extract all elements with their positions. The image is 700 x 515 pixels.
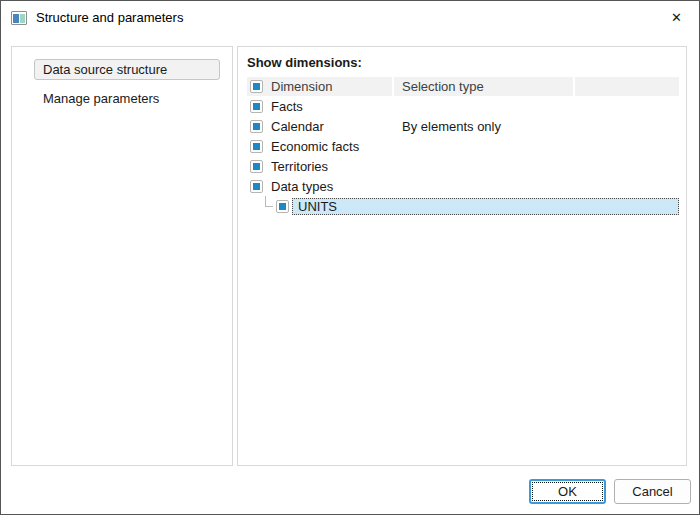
ok-button-label: OK (558, 484, 577, 499)
column-header-label: Dimension (271, 79, 332, 94)
cancel-button[interactable]: Cancel (614, 479, 691, 504)
table-row[interactable]: Facts (247, 96, 679, 116)
row-checkbox[interactable] (250, 140, 263, 153)
dimension-label: UNITS (298, 199, 337, 214)
checkbox-fill (253, 183, 260, 190)
row-checkbox[interactable] (250, 100, 263, 113)
sidebar-item-label: Data source structure (43, 62, 167, 77)
checkbox-fill (253, 123, 260, 130)
close-button[interactable]: ✕ (654, 1, 699, 33)
dimension-label: Economic facts (271, 139, 359, 154)
table-row-selected[interactable]: UNITS (247, 196, 679, 216)
tree-branch-icon (265, 196, 273, 207)
row-checkbox[interactable] (250, 120, 263, 133)
dialog-title: Structure and parameters (36, 10, 183, 25)
select-all-checkbox[interactable] (250, 80, 263, 93)
selection-type-value: By elements only (392, 119, 573, 134)
title-bar: Structure and parameters ✕ (1, 1, 699, 34)
checkbox-fill (253, 143, 260, 150)
app-icon-pane (20, 14, 26, 23)
sidebar-item-label: Manage parameters (43, 91, 159, 106)
ok-button[interactable]: OK (529, 479, 606, 504)
header-cell-empty (573, 77, 679, 96)
checkbox-fill (253, 83, 260, 90)
dimension-label: Territories (271, 159, 328, 174)
header-cell-dimension: Dimension (247, 77, 392, 96)
sidebar-item-data-source-structure[interactable]: Data source structure (34, 59, 220, 80)
show-dimensions-heading: Show dimensions: (247, 55, 686, 70)
sidebar-item-manage-parameters[interactable]: Manage parameters (34, 88, 220, 109)
row-checkbox[interactable] (276, 200, 289, 213)
row-checkbox[interactable] (250, 160, 263, 173)
row-checkbox[interactable] (250, 180, 263, 193)
dimension-label: Facts (271, 99, 303, 114)
table-header-row: Dimension Selection type (247, 77, 679, 96)
app-icon (11, 11, 27, 25)
checkbox-fill (253, 103, 260, 110)
app-icon-pane (13, 14, 19, 23)
column-header-label: Selection type (402, 79, 484, 94)
header-cell-selection-type: Selection type (392, 77, 573, 96)
dimensions-table: Dimension Selection type Facts (247, 77, 679, 216)
table-row[interactable]: Calendar By elements only (247, 116, 679, 136)
checkbox-fill (279, 203, 286, 210)
selected-row-highlight: UNITS (292, 198, 679, 215)
dimensions-panel: Show dimensions: Dimension Selection typ… (237, 46, 687, 466)
sidebar: Data source structure Manage parameters (11, 46, 233, 466)
table-row[interactable]: Data types (247, 176, 679, 196)
dimension-label: Calendar (271, 119, 324, 134)
cancel-button-label: Cancel (632, 484, 672, 499)
close-icon: ✕ (671, 11, 682, 24)
table-row[interactable]: Territories (247, 156, 679, 176)
table-row[interactable]: Economic facts (247, 136, 679, 156)
dimension-label: Data types (271, 179, 333, 194)
checkbox-fill (253, 163, 260, 170)
dialog-structure-and-parameters: Structure and parameters ✕ Data source s… (0, 0, 700, 515)
